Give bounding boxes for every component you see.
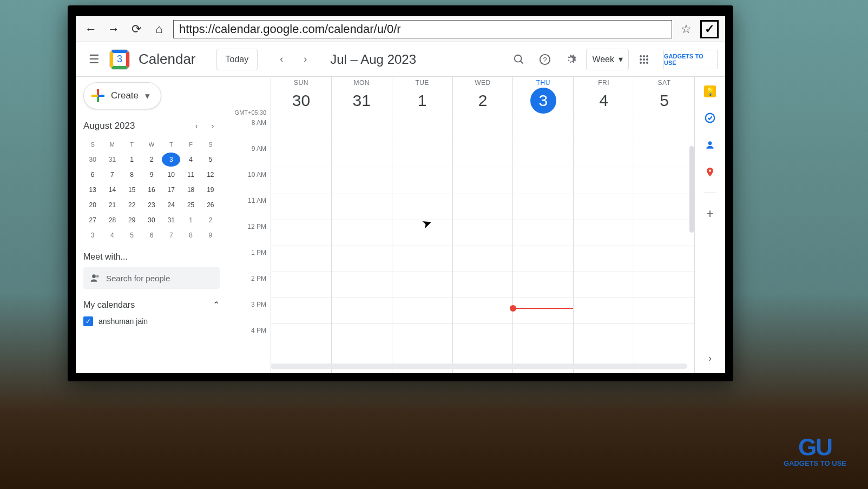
search-people-input[interactable]: Search for people: [83, 267, 220, 289]
horizontal-scrollbar[interactable]: [271, 364, 687, 369]
day-column[interactable]: [452, 116, 513, 373]
star-icon[interactable]: ☆: [678, 21, 695, 38]
maps-icon[interactable]: [703, 166, 716, 179]
mini-day[interactable]: 5: [123, 228, 141, 242]
meet-with-label: Meet with...: [83, 252, 220, 262]
mini-day[interactable]: 29: [123, 213, 141, 227]
back-icon[interactable]: ←: [82, 21, 100, 38]
mini-prev-button[interactable]: ‹: [189, 119, 203, 133]
vertical-scrollbar[interactable]: [689, 146, 694, 233]
timezone-label: GMT+05:30: [227, 109, 271, 116]
day-number: 1: [409, 88, 435, 114]
day-header[interactable]: TUE1: [392, 77, 452, 116]
chevron-down-icon: ▾: [145, 90, 150, 102]
day-column[interactable]: [573, 116, 634, 373]
mini-day[interactable]: 11: [181, 168, 200, 182]
keep-icon[interactable]: 💡: [704, 85, 716, 97]
day-column[interactable]: [512, 116, 573, 373]
mini-day[interactable]: 15: [123, 183, 141, 197]
mini-day[interactable]: 18: [181, 183, 200, 197]
home-icon[interactable]: ⌂: [150, 21, 168, 38]
mini-day[interactable]: 1: [123, 153, 141, 167]
day-header[interactable]: FRI4: [573, 77, 634, 116]
mini-day[interactable]: 7: [103, 168, 121, 182]
apps-grid-icon[interactable]: [633, 49, 655, 70]
mini-day[interactable]: 26: [201, 198, 220, 212]
contacts-icon[interactable]: [703, 138, 716, 151]
day-column[interactable]: [634, 116, 694, 373]
mini-day[interactable]: 4: [181, 153, 200, 167]
hour-label: 1 PM: [227, 249, 271, 275]
mini-day[interactable]: 16: [142, 183, 161, 197]
checkbox-icon[interactable]: ✓: [83, 316, 93, 326]
bookmark-check-icon[interactable]: ✓: [700, 20, 719, 38]
today-button[interactable]: Today: [216, 49, 258, 70]
tasks-icon[interactable]: [703, 111, 716, 124]
mini-day[interactable]: 9: [142, 168, 161, 182]
sidebar: Create ▾ August 2023 ‹ › SMTWTFS30311234…: [76, 77, 227, 373]
day-header[interactable]: MON31: [331, 77, 392, 116]
day-column[interactable]: [271, 116, 331, 373]
create-button[interactable]: Create ▾: [83, 82, 161, 109]
mini-day[interactable]: 8: [181, 228, 200, 242]
mini-day[interactable]: 17: [162, 183, 180, 197]
mini-day[interactable]: 10: [162, 168, 180, 182]
mini-day[interactable]: 21: [103, 198, 121, 212]
mini-day[interactable]: 2: [142, 153, 161, 167]
mini-day[interactable]: 31: [162, 213, 180, 227]
mini-day[interactable]: 14: [103, 183, 121, 197]
mini-day[interactable]: 25: [181, 198, 200, 212]
help-icon[interactable]: ?: [534, 49, 556, 70]
search-icon[interactable]: [508, 49, 530, 70]
browser-toolbar: ← → ⟳ ⌂ https://calendar.google.com/cale…: [76, 16, 725, 42]
mini-day[interactable]: 19: [201, 183, 220, 197]
mini-next-button[interactable]: ›: [206, 119, 220, 133]
forward-icon[interactable]: →: [105, 21, 122, 38]
mini-day[interactable]: 20: [83, 198, 102, 212]
mini-day[interactable]: 12: [201, 168, 220, 182]
gear-icon[interactable]: [560, 49, 582, 70]
mini-day[interactable]: 13: [83, 183, 102, 197]
mini-day[interactable]: 9: [201, 228, 220, 242]
calendar-cells[interactable]: [271, 116, 694, 373]
day-header[interactable]: WED2: [452, 77, 513, 116]
mini-day[interactable]: 5: [201, 153, 220, 167]
mini-day[interactable]: 6: [83, 168, 102, 182]
mini-day[interactable]: 23: [142, 198, 161, 212]
mini-day[interactable]: 7: [162, 228, 180, 242]
mini-day[interactable]: 30: [83, 153, 102, 167]
mini-day[interactable]: 22: [123, 198, 141, 212]
chevron-down-icon: ▾: [619, 54, 623, 64]
mini-day[interactable]: 31: [103, 153, 121, 167]
svg-line-1: [521, 61, 523, 63]
mini-day[interactable]: 6: [142, 228, 161, 242]
mini-day[interactable]: 4: [103, 228, 121, 242]
mini-day[interactable]: 24: [162, 198, 180, 212]
mini-day[interactable]: 28: [103, 213, 121, 227]
day-column[interactable]: [331, 116, 392, 373]
next-week-button[interactable]: ›: [295, 50, 315, 69]
mini-day[interactable]: 3: [83, 228, 102, 242]
view-selector[interactable]: Week ▾: [586, 49, 629, 70]
mini-day[interactable]: 27: [83, 213, 102, 227]
add-panel-icon[interactable]: +: [703, 207, 716, 220]
day-column[interactable]: [392, 116, 452, 373]
url-input[interactable]: https://calendar.google.com/calendar/u/0…: [173, 20, 672, 38]
my-calendars-toggle[interactable]: My calendars ⌃: [83, 300, 220, 310]
day-header[interactable]: THU3: [512, 77, 573, 116]
mini-day[interactable]: 2: [201, 213, 220, 227]
prev-week-button[interactable]: ‹: [272, 50, 291, 69]
mini-day[interactable]: 8: [123, 168, 141, 182]
calendar-item[interactable]: ✓ anshuman jain: [83, 316, 220, 326]
mini-day[interactable]: 30: [142, 213, 161, 227]
day-header[interactable]: SAT5: [634, 77, 694, 116]
mini-day[interactable]: 3: [162, 153, 180, 167]
reload-icon[interactable]: ⟳: [128, 21, 145, 38]
day-header[interactable]: SUN30: [271, 77, 331, 116]
hamburger-icon[interactable]: ☰: [83, 49, 105, 70]
mini-dow: M: [103, 137, 121, 151]
collapse-panel-icon[interactable]: ›: [703, 352, 716, 365]
mini-day[interactable]: 1: [181, 213, 200, 227]
hour-label: 11 AM: [227, 197, 271, 223]
my-calendars-label: My calendars: [83, 300, 135, 310]
